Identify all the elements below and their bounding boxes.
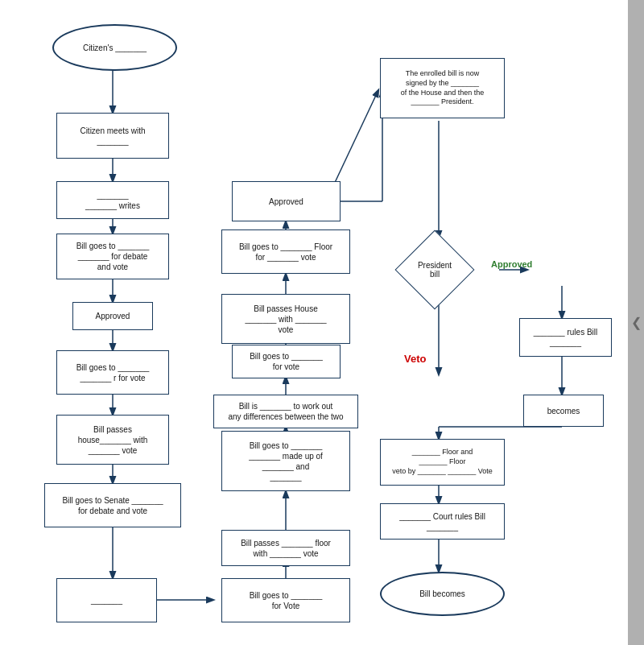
rules-bill-node: _______ rules Bill _______ [519, 318, 612, 357]
bill-conference-node: Bill is _______ to work out any differen… [213, 395, 358, 428]
citizens-idea-node: Citizen's _______ [52, 24, 177, 71]
writes-node: _______ _______ writes [56, 181, 169, 219]
bill-goes-vote2-node: Bill goes to _______ for Vote [221, 578, 350, 622]
bill-passes-house2-node: Bill passes House _______ with _______ v… [221, 294, 350, 344]
approved1-node: Approved [72, 302, 153, 330]
president-diamond: President bill [394, 238, 475, 302]
approved2-node: Approved [232, 181, 341, 221]
scrollbar-arrow: ❮ [631, 315, 642, 330]
court-rules-node: _______ Court rules Bill _______ [380, 503, 505, 540]
floor-and-node: _______ Floor and _______ Floor veto by … [380, 439, 505, 486]
scrollbar[interactable]: ❮ [628, 0, 644, 645]
bill-senate-floor-node: Bill goes to _______ _______ r for vote [56, 350, 169, 395]
bill-senate-node: Bill goes to Senate _______ for debate a… [44, 483, 181, 527]
becomes-node: becomes [523, 395, 604, 427]
bill-passes-house-node: Bill passes house_______ with _______ vo… [56, 415, 169, 465]
bottom-left-node: _______ [56, 578, 157, 622]
bill-committee-node: Bill goes to _______ _______ for debate … [56, 234, 169, 279]
bill-floor2-node: Bill goes to _______ Floor for _______ v… [221, 229, 350, 274]
bill-goes-vote-node: Bill goes to _______ for vote [232, 345, 341, 378]
bill-becomes-node: Bill becomes [380, 572, 505, 616]
enrolled-bill-node: The enrolled bill is now signed by the _… [380, 58, 505, 118]
flowchart: Citizen's _______ Citizen meets with ___… [8, 0, 636, 645]
citizen-meets-node: Citizen meets with _______ [56, 113, 169, 159]
bill-committee2-node: Bill goes to _______ _______ made up of … [221, 431, 350, 491]
veto-label: Veto [404, 353, 426, 365]
bill-passes-floor-node: Bill passes _______ floor with _______ v… [221, 530, 350, 566]
approved-green-label: Approved [491, 259, 532, 269]
